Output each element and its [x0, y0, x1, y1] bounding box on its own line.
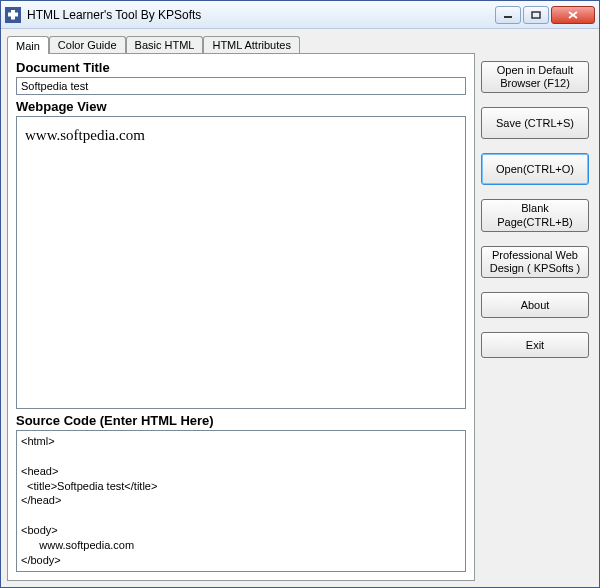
right-column: Open in Default Browser (F12) Save (CTRL…	[481, 33, 593, 581]
source-code-label: Source Code (Enter HTML Here)	[16, 413, 466, 428]
tab-color-guide[interactable]: Color Guide	[49, 36, 126, 53]
client-area: Main Color Guide Basic HTML HTML Attribu…	[1, 29, 599, 587]
exit-button[interactable]: Exit	[481, 332, 589, 358]
webpage-view[interactable]: www.softpedia.com	[16, 116, 466, 409]
webpage-view-label: Webpage View	[16, 99, 466, 114]
tab-page-main: Document Title Webpage View www.softpedi…	[7, 53, 475, 581]
tabstrip: Main Color Guide Basic HTML HTML Attribu…	[7, 33, 475, 53]
tab-main[interactable]: Main	[7, 36, 49, 54]
app-window: HTML Learner's Tool By KPSofts Main Colo…	[0, 0, 600, 588]
blank-page-button[interactable]: Blank Page(CTRL+B)	[481, 199, 589, 231]
left-column: Main Color Guide Basic HTML HTML Attribu…	[7, 33, 475, 581]
app-icon	[5, 7, 21, 23]
about-button[interactable]: About	[481, 292, 589, 318]
source-code-textarea[interactable]	[16, 430, 466, 572]
professional-web-design-button[interactable]: Professional Web Design ( KPSofts )	[481, 246, 589, 278]
document-title-label: Document Title	[16, 60, 466, 75]
maximize-button[interactable]	[523, 6, 549, 24]
close-button[interactable]	[551, 6, 595, 24]
minimize-icon	[503, 11, 513, 19]
titlebar: HTML Learner's Tool By KPSofts	[1, 1, 599, 29]
maximize-icon	[531, 11, 541, 19]
close-icon	[568, 11, 578, 19]
svg-rect-1	[532, 12, 540, 18]
tab-html-attributes[interactable]: HTML Attributes	[203, 36, 299, 53]
minimize-button[interactable]	[495, 6, 521, 24]
save-button[interactable]: Save (CTRL+S)	[481, 107, 589, 139]
webpage-content: www.softpedia.com	[25, 127, 145, 143]
open-button[interactable]: Open(CTRL+O)	[481, 153, 589, 185]
window-buttons	[495, 6, 595, 24]
tab-basic-html[interactable]: Basic HTML	[126, 36, 204, 53]
document-title-input[interactable]	[16, 77, 466, 95]
open-default-browser-button[interactable]: Open in Default Browser (F12)	[481, 61, 589, 93]
window-title: HTML Learner's Tool By KPSofts	[27, 8, 495, 22]
